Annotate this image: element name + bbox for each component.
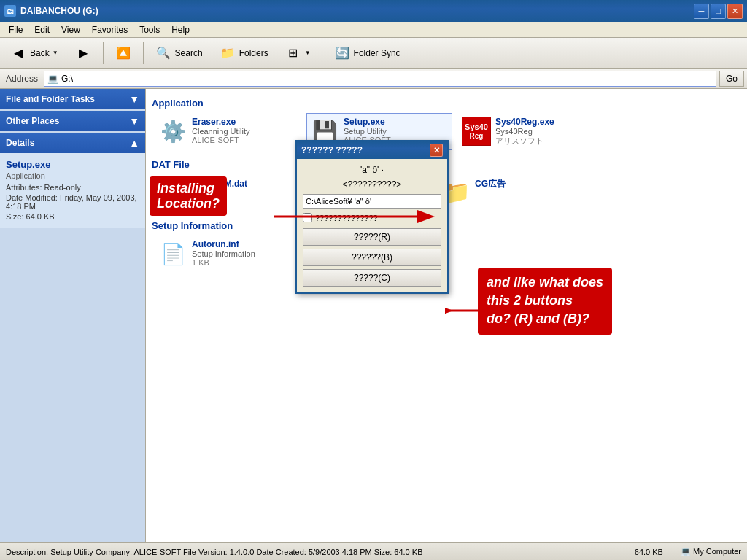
window-icon: 🗂 xyxy=(4,5,16,17)
back-button[interactable]: ◀ Back ▼ xyxy=(3,40,65,66)
sys40-name: Sys40Reg.exe xyxy=(495,117,600,127)
sys40-desc: Sys40Reg xyxy=(495,127,600,136)
title-bar-controls: ─ □ ✕ xyxy=(694,4,743,19)
menu-view[interactable]: View xyxy=(55,23,86,36)
up-icon: 🔼 xyxy=(115,44,132,62)
folders-icon: 📁 xyxy=(219,44,236,62)
status-size: 64.0 KB xyxy=(635,548,663,556)
menu-favorites[interactable]: Favorites xyxy=(86,23,133,36)
forward-button[interactable]: ▶ xyxy=(68,40,98,66)
eraser-name: Eraser.exe xyxy=(192,117,297,127)
search-button[interactable]: 🔍 Search xyxy=(148,40,209,66)
up-button[interactable]: 🔼 xyxy=(108,40,139,66)
address-input-container[interactable]: 💻 G:\ xyxy=(44,71,716,87)
title-bar-left: 🗂 DAIBANCHOU (G:) xyxy=(4,5,98,17)
annotation-installing-text: Installing Location? xyxy=(157,181,220,211)
details-type: Application xyxy=(6,171,139,180)
folders-label: Folders xyxy=(239,48,268,58)
address-go-button[interactable]: Go xyxy=(719,71,744,87)
toolbar: ◀ Back ▼ ▶ 🔼 🔍 Search 📁 Folders ⊞ ▼ 🔄 Fo… xyxy=(0,38,747,69)
autorun-desc: Setup Information xyxy=(192,249,297,258)
file-area: Application ⚙️ Eraser.exe Cleanning Util… xyxy=(146,89,747,542)
annotation-buttons-text: and like what does this 2 buttons do? (R… xyxy=(487,275,603,326)
sidebar-places-label: Other Places xyxy=(6,116,59,126)
eraser-company: ALICE-SOFT xyxy=(192,136,297,144)
folders-button[interactable]: 📁 Folders xyxy=(212,40,275,66)
sidebar-details-header[interactable]: Details ▲ xyxy=(0,133,145,153)
computer-icon: 💻 xyxy=(681,547,691,556)
setup-name: Setup.exe xyxy=(344,117,449,127)
sidebar-places-header[interactable]: Other Places ▼ xyxy=(0,111,145,131)
views-icon: ⊞ xyxy=(285,44,302,62)
eraser-icon: ⚙️ xyxy=(158,117,187,146)
eraser-info: Eraser.exe Cleanning Utility ALICE-SOFT xyxy=(192,117,297,144)
dialog-btn-r[interactable]: ?????(R) xyxy=(303,228,441,246)
minimize-button[interactable]: ─ xyxy=(694,4,709,19)
file-item-autorun[interactable]: 📄 Autorun.inf Setup Information 1 KB xyxy=(155,236,301,272)
dialog-title-bar: ?????? ????? ✕ xyxy=(297,141,447,159)
toolbar-separator-1 xyxy=(103,42,104,64)
views-button[interactable]: ⊞ ▼ xyxy=(278,40,317,66)
sidebar-places-arrow: ▼ xyxy=(129,115,139,127)
dialog: ?????? ????? ✕ 'a" ô' · <??????????> C:\… xyxy=(295,140,449,294)
window-title: DAIBANCHOU (G:) xyxy=(20,6,98,16)
menu-file[interactable]: File xyxy=(3,23,28,36)
sidebar-tasks-header[interactable]: File and Folder Tasks ▼ xyxy=(0,89,145,109)
dialog-checkbox-row: ?????????????? xyxy=(303,213,441,222)
address-icon: 💻 xyxy=(47,74,58,84)
cg-folder-name: CG広告 xyxy=(475,178,580,190)
sidebar: File and Folder Tasks ▼ Other Places ▼ D… xyxy=(0,89,146,542)
details-attributes: Attributes: Read-only xyxy=(6,183,139,192)
toolbar-separator-3 xyxy=(322,42,322,64)
dialog-line2: <??????????> xyxy=(303,179,441,190)
title-bar: 🗂 DAIBANCHOU (G:) ─ □ ✕ xyxy=(0,0,747,22)
dialog-body: 'a" ô' · <??????????> C:\AliceSoft¥ 'a" … xyxy=(297,159,447,292)
dialog-title-text: ?????? ????? xyxy=(301,145,363,155)
status-computer: 💻 My Computer xyxy=(681,547,741,556)
sys40-company: アリスソフト xyxy=(495,136,600,147)
dialog-close-button[interactable]: ✕ xyxy=(430,144,443,157)
sidebar-details-arrow: ▲ xyxy=(129,137,139,149)
sidebar-tasks-label: File and Folder Tasks xyxy=(6,94,95,104)
autorun-name: Autorun.inf xyxy=(192,239,297,249)
dialog-checkbox-label: ?????????????? xyxy=(315,214,378,222)
status-bar: Description: Setup Utility Company: ALIC… xyxy=(0,542,747,560)
file-item-cg-folder[interactable]: 📁 CG広告 xyxy=(438,174,584,211)
back-label: Back xyxy=(30,48,50,58)
autorun-info: Autorun.inf Setup Information 1 KB xyxy=(192,239,297,267)
forward-icon: ▶ xyxy=(74,44,92,62)
menu-tools[interactable]: Tools xyxy=(133,23,166,36)
address-label: Address xyxy=(3,74,41,84)
folder-sync-button[interactable]: 🔄 Folder Sync xyxy=(327,40,407,66)
close-button[interactable]: ✕ xyxy=(727,4,743,19)
folder-sync-label: Folder Sync xyxy=(354,48,400,58)
sidebar-details-section: Details ▲ Setup.exe Application Attribut… xyxy=(0,133,145,228)
file-item-eraser[interactable]: ⚙️ Eraser.exe Cleanning Utility ALICE-SO… xyxy=(155,113,301,150)
details-size: Size: 64.0 KB xyxy=(6,212,139,221)
autorun-size: 1 KB xyxy=(192,258,297,267)
search-icon: 🔍 xyxy=(155,44,172,62)
sidebar-details-label: Details xyxy=(6,138,34,148)
autorun-icon: 📄 xyxy=(158,239,187,268)
menu-help[interactable]: Help xyxy=(166,23,196,36)
sidebar-details-content: Setup.exe Application Attributes: Read-o… xyxy=(0,153,145,228)
dialog-path: C:\AliceSoft¥ 'a" ô' xyxy=(303,194,441,209)
status-right: 64.0 KB 💻 My Computer xyxy=(635,547,741,556)
back-icon: ◀ xyxy=(9,44,27,62)
dialog-checkbox[interactable] xyxy=(303,213,312,222)
annotation-buttons-question: and like what does this 2 buttons do? (R… xyxy=(478,268,612,335)
search-label: Search xyxy=(175,48,203,58)
sidebar-tasks-section: File and Folder Tasks ▼ xyxy=(0,89,145,109)
application-label: Application xyxy=(152,98,741,109)
menu-bar: File Edit View Favorites Tools Help xyxy=(0,22,747,38)
file-item-sys40[interactable]: Sys40Reg Sys40Reg.exe Sys40Reg アリスソフト xyxy=(458,113,604,150)
views-dropdown: ▼ xyxy=(305,50,311,56)
maximize-button[interactable]: □ xyxy=(711,4,726,19)
menu-edit[interactable]: Edit xyxy=(28,23,55,36)
sidebar-places-section: Other Places ▼ xyxy=(0,111,145,131)
back-dropdown-icon: ▼ xyxy=(53,50,58,56)
dialog-btn-c[interactable]: ?????(C) xyxy=(303,269,441,287)
setup-desc: Setup Utility xyxy=(344,127,449,136)
address-value: G:\ xyxy=(61,74,73,84)
dialog-btn-b[interactable]: ??????(B) xyxy=(303,249,441,266)
